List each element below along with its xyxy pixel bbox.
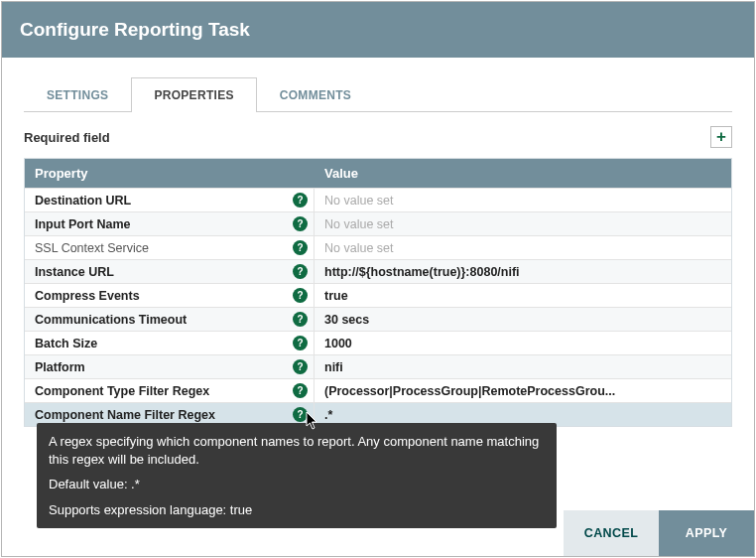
table-row[interactable]: Communications Timeout?30 secs bbox=[25, 307, 731, 331]
property-name: Component Type Filter Regex bbox=[35, 384, 293, 398]
table-row[interactable]: Instance URL?http://${hostname(true)}:80… bbox=[25, 259, 731, 283]
table-row[interactable]: SSL Context Service?No value set bbox=[25, 235, 731, 259]
property-cell: SSL Context Service? bbox=[25, 236, 315, 259]
property-name: Compress Events bbox=[35, 289, 293, 303]
property-value[interactable]: true bbox=[315, 284, 731, 307]
property-name: Communications Timeout bbox=[35, 313, 293, 327]
required-field-row: Required field + bbox=[24, 126, 732, 148]
property-value[interactable]: (Processor|ProcessGroup|RemoteProcessGro… bbox=[315, 379, 731, 402]
plus-icon: + bbox=[716, 127, 726, 147]
tooltip-default: Default value: .* bbox=[49, 476, 545, 493]
property-name: SSL Context Service bbox=[35, 241, 293, 255]
cancel-button[interactable]: CANCEL bbox=[564, 510, 659, 556]
table-row[interactable]: Input Port Name?No value set bbox=[25, 211, 731, 235]
table-row[interactable]: Platform?nifi bbox=[25, 354, 731, 378]
help-icon[interactable]: ? bbox=[293, 193, 308, 208]
property-value[interactable]: 1000 bbox=[315, 332, 731, 354]
configure-reporting-task-dialog: Configure Reporting Task SETTINGS PROPER… bbox=[1, 1, 755, 557]
property-cell: Destination URL? bbox=[25, 189, 315, 211]
apply-button[interactable]: APPLY bbox=[659, 510, 754, 556]
tab-comments[interactable]: COMMENTS bbox=[257, 77, 374, 112]
table-header: Property Value bbox=[25, 159, 731, 188]
tab-settings[interactable]: SETTINGS bbox=[24, 77, 131, 112]
property-name: Component Name Filter Regex bbox=[35, 408, 293, 422]
property-value[interactable]: http://${hostname(true)}:8080/nifi bbox=[315, 260, 731, 283]
table-row[interactable]: Component Type Filter Regex?(Processor|P… bbox=[25, 378, 731, 402]
help-icon[interactable]: ? bbox=[293, 336, 308, 350]
dialog-title: Configure Reporting Task bbox=[20, 19, 250, 41]
column-header-property: Property bbox=[25, 159, 315, 188]
help-icon[interactable]: ? bbox=[293, 407, 308, 422]
tab-properties[interactable]: PROPERTIES bbox=[131, 77, 256, 112]
add-property-button[interactable]: + bbox=[710, 126, 732, 148]
property-cell: Compress Events? bbox=[25, 284, 315, 307]
property-value[interactable]: 30 secs bbox=[315, 308, 731, 331]
property-value[interactable]: No value set bbox=[315, 189, 731, 211]
property-cell: Platform? bbox=[25, 355, 315, 378]
property-name: Platform bbox=[35, 360, 293, 374]
tab-bar: SETTINGS PROPERTIES COMMENTS bbox=[24, 77, 732, 112]
property-cell: Component Type Filter Regex? bbox=[25, 379, 315, 402]
property-name: Input Port Name bbox=[35, 217, 293, 231]
help-tooltip: A regex specifying which component names… bbox=[37, 423, 557, 528]
help-icon[interactable]: ? bbox=[293, 264, 308, 279]
help-icon[interactable]: ? bbox=[293, 359, 308, 374]
property-name: Destination URL bbox=[35, 194, 293, 208]
properties-table: Property Value Destination URL?No value … bbox=[24, 158, 732, 427]
help-icon[interactable]: ? bbox=[293, 240, 308, 255]
required-field-label: Required field bbox=[24, 130, 110, 145]
table-row[interactable]: Compress Events?true bbox=[25, 283, 731, 307]
property-cell: Input Port Name? bbox=[25, 212, 315, 235]
property-cell: Instance URL? bbox=[25, 260, 315, 283]
help-icon[interactable]: ? bbox=[293, 312, 308, 327]
table-row[interactable]: Destination URL?No value set bbox=[25, 188, 731, 211]
help-icon[interactable]: ? bbox=[293, 288, 308, 303]
property-value[interactable]: No value set bbox=[315, 236, 731, 259]
help-icon[interactable]: ? bbox=[293, 216, 308, 231]
column-header-value: Value bbox=[315, 159, 731, 188]
help-icon[interactable]: ? bbox=[293, 383, 308, 398]
dialog-titlebar: Configure Reporting Task bbox=[2, 2, 754, 58]
tooltip-description: A regex specifying which component names… bbox=[49, 433, 545, 468]
tooltip-el: Supports expression language: true bbox=[49, 501, 545, 519]
property-cell: Communications Timeout? bbox=[25, 308, 315, 331]
property-name: Instance URL bbox=[35, 265, 293, 279]
property-value[interactable]: nifi bbox=[315, 355, 731, 378]
property-name: Batch Size bbox=[35, 337, 293, 350]
property-cell: Batch Size? bbox=[25, 332, 315, 354]
table-row[interactable]: Batch Size?1000 bbox=[25, 331, 731, 354]
property-value[interactable]: No value set bbox=[315, 212, 731, 235]
